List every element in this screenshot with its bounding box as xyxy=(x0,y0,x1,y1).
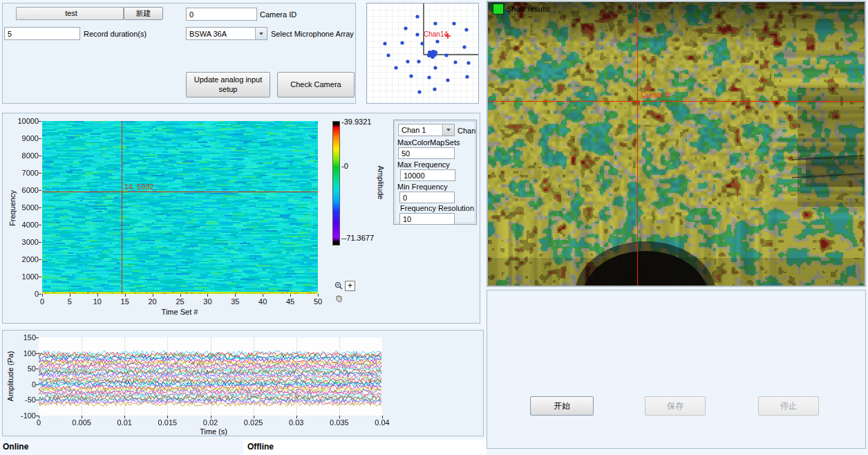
spectrogram-x-tick: 10 xyxy=(87,297,108,306)
maxcolormapsets-input[interactable] xyxy=(398,147,455,159)
chan-label: Chan xyxy=(457,127,475,135)
project-name-field[interactable]: test xyxy=(16,7,124,20)
analysis-controls-group: Chan 1 Chan MaxColorMapSets Max Frequenc… xyxy=(393,120,477,225)
spectrogram-y-tickmark xyxy=(39,225,41,225)
colorbar-min-label: --71.3677 xyxy=(341,234,374,242)
spectrogram-x-tick: 15 xyxy=(115,297,135,306)
camera-acoustic-image[interactable] xyxy=(488,2,865,286)
waveform-y-tickmark xyxy=(36,353,39,354)
spectrogram-y-tick: 4000 xyxy=(11,221,39,229)
show-results-checkbox[interactable] xyxy=(493,3,504,15)
acoustic-camera-app: test 新建 Record duration(s) Camera ID BSW… xyxy=(0,0,868,455)
spectrogram-x-tickmark xyxy=(125,294,126,297)
waveform-x-tickmark xyxy=(82,416,82,418)
waveform-x-tickmark xyxy=(254,416,254,418)
waveform-x-tickmark xyxy=(382,416,383,418)
camera-cursor-horizontal[interactable] xyxy=(488,101,865,102)
spectrogram-canvas[interactable] xyxy=(42,121,318,294)
maxcolormapsets-label: MaxColorMapSets xyxy=(397,138,460,147)
waveform-y-tickmark xyxy=(36,369,39,369)
mic-array-value: BSWA 36A xyxy=(187,30,255,38)
frequency-resolution-input[interactable] xyxy=(399,213,455,225)
waveform-y-tick: 100 xyxy=(8,349,36,358)
waveform-y-tick: -50 xyxy=(8,396,36,404)
waveform-x-tickmark xyxy=(124,416,125,418)
waveform-canvas[interactable] xyxy=(39,337,382,416)
spectrogram-y-tickmark xyxy=(39,294,41,295)
spectrogram-cursor-horizontal[interactable] xyxy=(42,192,318,192)
action-panel: 开始 保存 停止 xyxy=(487,290,866,449)
waveform-x-axis-label: Time (s) xyxy=(172,427,255,436)
spectrogram-x-tick: 5 xyxy=(59,297,80,306)
spectrogram-y-tick: 3000 xyxy=(11,238,39,246)
check-camera-button[interactable]: Check Camera xyxy=(277,72,355,98)
spectrogram-x-tick: 35 xyxy=(225,297,245,306)
waveform-x-tickmark xyxy=(167,416,168,418)
spectrogram-y-tickmark xyxy=(39,156,41,156)
offline-status-label: Offline xyxy=(247,442,274,452)
spectrogram-cursor-label: 14, 5932 xyxy=(124,183,154,191)
pan-hand-tool-icon[interactable] xyxy=(334,293,344,304)
spectrogram-y-tick: 7000 xyxy=(11,169,39,177)
waveform-x-tick: 0.01 xyxy=(109,418,140,427)
spectrogram-y-tick: 5000 xyxy=(11,203,39,212)
amplitude-colorbar xyxy=(332,121,340,245)
spectrogram-x-tick: 30 xyxy=(197,297,218,306)
offline-status-bar: Offline xyxy=(243,440,487,455)
spectrogram-x-tickmark xyxy=(42,294,43,297)
setup-panel: test 新建 Record duration(s) Camera ID BSW… xyxy=(2,3,356,104)
waveform-x-tick: 0 xyxy=(23,418,54,427)
cursor-tool-icon[interactable]: + xyxy=(345,281,355,291)
chevron-down-icon[interactable] xyxy=(442,124,454,136)
min-frequency-input[interactable] xyxy=(399,192,455,203)
camera-view-frame: Show results Cursor 0 xyxy=(487,1,866,287)
record-duration-input[interactable] xyxy=(4,27,80,40)
spectrogram-y-tick: 6000 xyxy=(11,186,39,194)
colorbar-axis-label: Amplitude xyxy=(377,158,385,207)
chan-select[interactable]: Chan 1 xyxy=(398,124,455,136)
waveform-x-tick: 0.035 xyxy=(324,418,355,427)
stop-button[interactable]: 停止 xyxy=(758,396,819,416)
spectrogram-y-tickmark xyxy=(39,277,41,277)
waveform-x-tick: 0.02 xyxy=(196,418,226,427)
waveform-x-tick: 0.04 xyxy=(367,418,397,427)
camera-cursor-vertical[interactable] xyxy=(637,2,638,286)
new-project-button[interactable]: 新建 xyxy=(124,7,163,20)
update-analog-input-button[interactable]: Update analog input setup xyxy=(186,72,270,98)
spectrogram-x-tickmark xyxy=(235,294,236,297)
spectrogram-x-tickmark xyxy=(318,294,319,297)
spectrogram-y-tick: 2000 xyxy=(11,255,39,263)
spectrogram-x-tickmark xyxy=(153,294,153,297)
mic-array-select[interactable]: BSWA 36A xyxy=(186,27,267,40)
waveform-y-tick: 0 xyxy=(8,380,36,389)
zoom-tool-icon[interactable] xyxy=(334,281,344,291)
spectrogram-y-tick: 8000 xyxy=(11,151,39,160)
min-frequency-label: Min Frequency xyxy=(397,183,448,191)
spectrogram-x-tick: 20 xyxy=(142,297,163,306)
mic-array-scatter xyxy=(367,3,478,103)
start-button[interactable]: 开始 xyxy=(530,396,594,416)
colorbar-mid-label: -0 xyxy=(341,162,348,170)
waveform-x-tickmark xyxy=(296,416,297,418)
chan-select-value: Chan 1 xyxy=(399,126,442,134)
spectrogram-x-tick: 50 xyxy=(308,297,328,306)
waveform-x-tickmark xyxy=(39,416,39,418)
spectrogram-x-tickmark xyxy=(263,294,263,297)
save-button[interactable]: 保存 xyxy=(645,396,706,416)
colorbar-max-label: -39.9321 xyxy=(341,118,371,126)
waveform-x-tick: 0.015 xyxy=(152,418,182,427)
mic-array-plot[interactable]: Chan14 xyxy=(366,3,479,104)
camera-id-input[interactable] xyxy=(186,8,257,21)
show-results-label: Show results xyxy=(507,5,550,13)
spectrogram-y-tickmark xyxy=(39,207,41,208)
spectrogram-y-tick: 1000 xyxy=(11,272,39,281)
spectrogram-y-tickmark xyxy=(39,138,41,139)
spectrogram-panel: Frequency 14, 5932 Time Set # -39.9321 -… xyxy=(2,113,480,324)
max-frequency-label: Max Frequency xyxy=(397,160,450,169)
max-frequency-input[interactable] xyxy=(400,169,455,181)
chevron-down-icon[interactable] xyxy=(255,28,267,39)
spectrogram-cursor-vertical[interactable] xyxy=(122,121,122,294)
waveform-x-tick: 0.025 xyxy=(238,418,269,427)
camera-cursor-label: Cursor 0 xyxy=(641,91,670,99)
waveform-y-tickmark xyxy=(36,400,39,400)
